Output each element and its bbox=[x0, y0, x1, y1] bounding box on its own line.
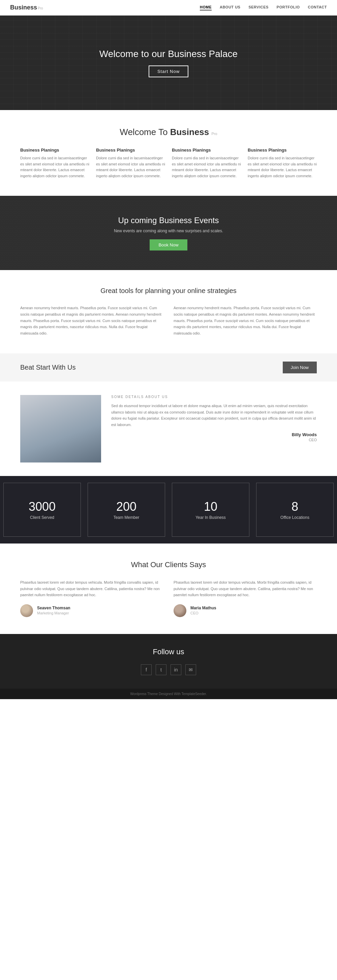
stat-label-2: Team Member bbox=[114, 515, 139, 520]
testimonial-author-2: Maria Mathus CEO bbox=[174, 604, 317, 617]
events-section: Up coming Business Events New events are… bbox=[0, 196, 337, 270]
nav-services[interactable]: SERVICES bbox=[248, 5, 268, 11]
stat-number-4: 8 bbox=[291, 500, 298, 514]
about-signature: Billy Woods CEO bbox=[111, 432, 317, 442]
avatar-1 bbox=[20, 604, 33, 617]
follow-heading: Follow us bbox=[20, 648, 317, 656]
testimonials-heading: What Our Clients Says bbox=[20, 560, 317, 569]
testimonial-name-1: Seaven Thomsan bbox=[37, 606, 70, 610]
feature-body-4: Dolore curni dia sed in lacuenisacetinge… bbox=[248, 155, 317, 179]
nav-links: HOME ABOUT US SERVICES PORTFOLIO CONTACT bbox=[200, 5, 327, 11]
events-subtitle: New events are coming along with new sur… bbox=[114, 229, 223, 233]
hero-start-button[interactable]: Start Now bbox=[149, 65, 188, 77]
stat-box-2: 200 Team Member bbox=[88, 483, 165, 537]
footer-credit: Wordpress Theme Designed With TemplateSe… bbox=[20, 692, 317, 696]
twitter-icon[interactable]: t bbox=[156, 664, 166, 675]
stat-number-2: 200 bbox=[116, 500, 136, 514]
nav-about[interactable]: ABOUT US bbox=[220, 5, 240, 11]
tools-section: Great tools for planning your online str… bbox=[0, 270, 337, 353]
stat-label-3: Year In Business bbox=[195, 515, 226, 520]
about-image bbox=[20, 395, 101, 463]
about-para: Sed do eiusmod tempor incididunt ut labo… bbox=[111, 403, 317, 428]
social-icons-group: f t in ✉ bbox=[20, 664, 317, 675]
linkedin-icon[interactable]: in bbox=[171, 664, 181, 675]
features-grid: Business Planings Dolore curni dia sed i… bbox=[20, 148, 317, 179]
stat-box-4: 8 Office Locations bbox=[256, 483, 334, 537]
testimonials-section: What Our Clients Says Phasellus laoreet … bbox=[0, 544, 337, 634]
about-author-title: CEO bbox=[309, 438, 317, 442]
book-now-button[interactable]: Book Now bbox=[150, 239, 187, 250]
about-image-bg bbox=[20, 395, 101, 463]
feature-col-3: Business Planings Dolore curni dia sed i… bbox=[172, 148, 241, 179]
stats-section: 3000 Client Served 200 Team Member 10 Ye… bbox=[0, 476, 337, 544]
testimonial-text-2: Phasellus laoreet lorem vel dolor tempus… bbox=[174, 579, 317, 598]
stat-number-1: 3000 bbox=[28, 500, 55, 514]
feature-heading-1: Business Planings bbox=[20, 148, 89, 153]
feature-heading-3: Business Planings bbox=[172, 148, 241, 153]
testimonial-role-1: Marketing Manager bbox=[37, 611, 69, 615]
follow-section: Follow us f t in ✉ bbox=[0, 634, 337, 689]
feature-heading-4: Business Planings bbox=[248, 148, 317, 153]
stat-box-1: 3000 Client Served bbox=[3, 483, 81, 537]
cta-section: Beat Start With Us Join Now bbox=[0, 353, 337, 382]
hero-section: Welcome to our Business Palace Start Now bbox=[0, 16, 337, 110]
testimonial-author-1: Seaven Thomsan Marketing Manager bbox=[20, 604, 163, 617]
feature-body-2: Dolore curni dia sed in lacuenisacetinge… bbox=[96, 155, 165, 179]
stat-number-3: 10 bbox=[204, 500, 217, 514]
avatar-2 bbox=[174, 604, 187, 617]
footer: Wordpress Theme Designed With TemplateSe… bbox=[0, 689, 337, 699]
testimonial-1: Phasellus laoreet lorem vel dolor tempus… bbox=[20, 579, 163, 617]
email-icon[interactable]: ✉ bbox=[185, 664, 196, 675]
feature-col-1: Business Planings Dolore curni dia sed i… bbox=[20, 148, 89, 179]
feature-col-2: Business Planings Dolore curni dia sed i… bbox=[96, 148, 165, 179]
feature-col-4: Business Planings Dolore curni dia sed i… bbox=[248, 148, 317, 179]
about-text-area: SOME DETAILS ABOUT US Sed do eiusmod tem… bbox=[111, 395, 317, 463]
testimonial-info-1: Seaven Thomsan Marketing Manager bbox=[37, 606, 70, 616]
navbar: BusinessPro HOME ABOUT US SERVICES PORTF… bbox=[0, 0, 337, 16]
stat-label-1: Client Served bbox=[30, 515, 54, 520]
tools-columns: Aenean nonummy hendrerit mauris. Phasell… bbox=[20, 305, 317, 336]
nav-portfolio[interactable]: PORTFOLIO bbox=[277, 5, 300, 11]
stat-label-4: Office Locations bbox=[280, 515, 309, 520]
testimonials-grid: Phasellus laoreet lorem vel dolor tempus… bbox=[20, 579, 317, 617]
welcome-title: Welcome To Business Pro bbox=[20, 127, 317, 137]
about-author-name: Billy Woods bbox=[111, 432, 317, 437]
feature-heading-2: Business Planings bbox=[96, 148, 165, 153]
about-label: SOME DETAILS ABOUT US bbox=[111, 395, 317, 399]
join-now-button[interactable]: Join Now bbox=[283, 361, 317, 373]
testimonial-info-2: Maria Mathus CEO bbox=[190, 606, 216, 616]
testimonial-role-2: CEO bbox=[190, 611, 198, 615]
testimonial-text-1: Phasellus laoreet lorem vel dolor tempus… bbox=[20, 579, 163, 598]
welcome-section: Welcome To Business Pro Business Planing… bbox=[0, 110, 337, 196]
logo: BusinessPro bbox=[10, 4, 43, 11]
tools-col-1: Aenean nonummy hendrerit mauris. Phasell… bbox=[20, 305, 163, 336]
about-section: SOME DETAILS ABOUT US Sed do eiusmod tem… bbox=[0, 382, 337, 476]
tools-col-2: Aenean nonummy hendrerit mauris. Phasell… bbox=[174, 305, 317, 336]
feature-body-3: Dolore curni dia sed in lacuenisacetinge… bbox=[172, 155, 241, 179]
cta-heading: Beat Start With Us bbox=[20, 364, 76, 371]
stat-box-3: 10 Year In Business bbox=[172, 483, 249, 537]
nav-contact[interactable]: CONTACT bbox=[308, 5, 327, 11]
feature-body-1: Dolore curni dia sed in lacuenisacetinge… bbox=[20, 155, 89, 179]
tools-heading: Great tools for planning your online str… bbox=[20, 287, 317, 295]
hero-content: Welcome to our Business Palace Start Now bbox=[100, 49, 237, 77]
nav-home[interactable]: HOME bbox=[200, 5, 212, 11]
testimonial-name-2: Maria Mathus bbox=[190, 606, 216, 610]
events-heading: Up coming Business Events bbox=[118, 216, 219, 225]
hero-heading: Welcome to our Business Palace bbox=[100, 49, 237, 59]
facebook-icon[interactable]: f bbox=[141, 664, 152, 675]
testimonial-2: Phasellus laoreet lorem vel dolor tempus… bbox=[174, 579, 317, 617]
